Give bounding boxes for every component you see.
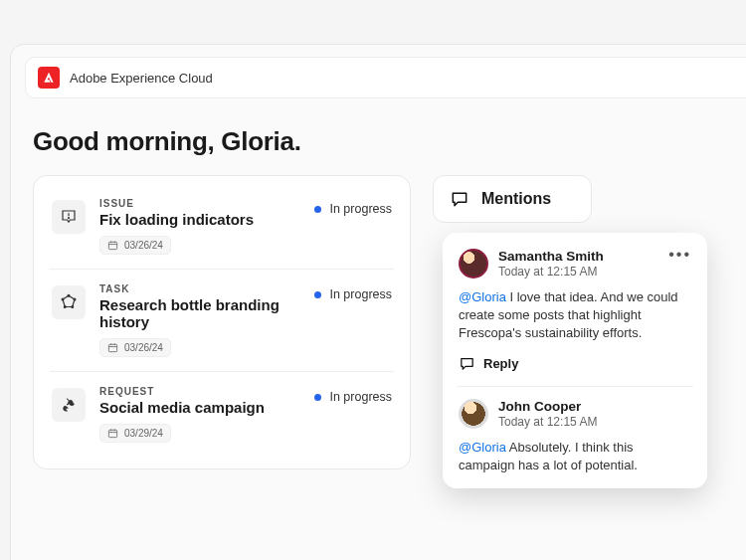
request-icon (52, 388, 86, 422)
work-item-type: ISSUE (99, 198, 300, 209)
work-item-status-text: In progress (329, 287, 392, 301)
svg-point-10 (64, 306, 66, 308)
brand-title: Adobe Experience Cloud (70, 71, 213, 86)
mention-item: John Cooper Today at 12:15 AM @Gloria Ab… (459, 399, 691, 474)
work-item-date-text: 03/26/24 (124, 342, 163, 353)
mention-time: Today at 12:15 AM (498, 415, 597, 429)
mention-item: Samantha Smith Today at 12:15 AM ••• @Gl… (459, 249, 691, 372)
avatar[interactable] (459, 399, 488, 429)
work-item-main: TASK Research bottle branding history 03… (99, 283, 300, 357)
work-item-main: REQUEST Social media campaign 03/29/24 (99, 386, 300, 443)
greeting: Good morning, Gloria. (33, 126, 746, 157)
svg-point-7 (68, 294, 70, 296)
topbar: Adobe Experience Cloud (25, 57, 746, 98)
calendar-icon (107, 240, 118, 251)
mention-body: @Gloria I love that idea. And we could c… (459, 288, 691, 343)
mention-at[interactable]: @Gloria (459, 440, 506, 455)
svg-point-1 (69, 218, 70, 219)
mention-name: Samantha Smith (498, 249, 604, 264)
work-item-title: Research bottle branding history (99, 296, 300, 330)
avatar[interactable] (459, 249, 488, 279)
work-item-date-text: 03/29/24 (124, 428, 163, 439)
reply-label: Reply (483, 356, 518, 371)
status-dot-icon (314, 394, 321, 401)
svg-point-11 (62, 298, 64, 300)
mention-meta: Samantha Smith Today at 12:15 AM (498, 249, 604, 279)
calendar-icon (107, 428, 118, 439)
issue-icon (52, 200, 86, 234)
work-items-card: ISSUE Fix loading indicators 03/26/24 In… (33, 175, 411, 469)
work-item[interactable]: ISSUE Fix loading indicators 03/26/24 In… (50, 184, 394, 270)
svg-rect-2 (108, 242, 116, 249)
task-icon (52, 285, 86, 319)
reply-button[interactable]: Reply (459, 355, 691, 372)
mention-at[interactable]: @Gloria (459, 289, 506, 304)
work-item-main: ISSUE Fix loading indicators 03/26/24 (99, 198, 300, 255)
status-dot-icon (314, 206, 321, 213)
work-item-date-text: 03/26/24 (124, 240, 163, 251)
svg-rect-16 (108, 430, 116, 437)
work-item-status: In progress (314, 287, 392, 301)
mentions-label: Mentions (481, 190, 551, 208)
status-dot-icon (314, 291, 321, 298)
work-item-type: REQUEST (99, 386, 300, 397)
mention-time: Today at 12:15 AM (498, 265, 604, 279)
mention-head: Samantha Smith Today at 12:15 AM ••• (459, 249, 691, 279)
mentions-header[interactable]: Mentions (433, 175, 592, 223)
mention-name: John Cooper (498, 399, 597, 414)
chat-icon (450, 189, 469, 209)
work-item-title: Fix loading indicators (99, 211, 300, 228)
svg-point-9 (72, 306, 74, 308)
divider (457, 386, 693, 387)
calendar-icon (107, 342, 118, 353)
work-item-status-text: In progress (329, 202, 392, 216)
more-icon[interactable]: ••• (668, 249, 691, 259)
work-item-date: 03/29/24 (99, 424, 171, 443)
work-item-status-text: In progress (329, 390, 392, 404)
svg-rect-12 (108, 344, 116, 351)
mention-head: John Cooper Today at 12:15 AM (459, 399, 691, 429)
svg-marker-6 (63, 295, 75, 306)
work-item-status: In progress (314, 390, 392, 404)
work-item[interactable]: REQUEST Social media campaign 03/29/24 I… (50, 372, 394, 457)
work-item-date: 03/26/24 (99, 338, 171, 357)
mention-body: @Gloria Absolutely. I think this campaig… (459, 439, 691, 474)
svg-point-8 (74, 298, 76, 300)
adobe-logo-icon (38, 67, 60, 89)
work-item-date: 03/26/24 (99, 236, 171, 255)
work-item-title: Social media campaign (99, 399, 300, 416)
reply-icon (459, 355, 475, 372)
mentions-popup: Samantha Smith Today at 12:15 AM ••• @Gl… (443, 233, 707, 488)
work-item-type: TASK (99, 283, 300, 294)
work-item-status: In progress (314, 202, 392, 216)
work-item[interactable]: TASK Research bottle branding history 03… (50, 270, 394, 372)
mention-meta: John Cooper Today at 12:15 AM (498, 399, 597, 429)
